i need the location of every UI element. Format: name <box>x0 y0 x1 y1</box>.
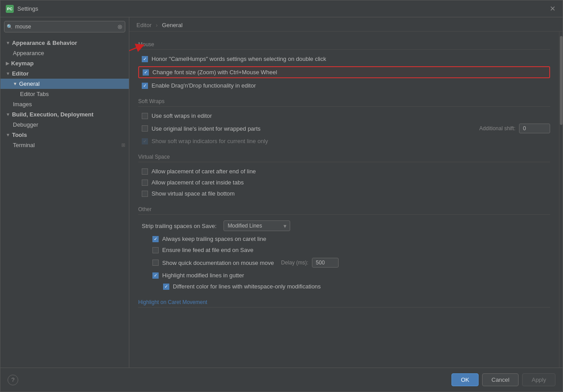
text-show-quick-doc: Show quick documentation on mouse move <box>162 260 274 266</box>
setting-drag-drop: Enable Drag'n'Drop functionality in edit… <box>138 80 550 91</box>
label-soft-wraps[interactable]: Use soft wraps in editor <box>142 112 212 119</box>
label-original-indent[interactable]: Use original line's indent for wrapped p… <box>142 125 260 132</box>
breadcrumb-separator: › <box>156 22 158 28</box>
text-drag-drop: Enable Drag'n'Drop functionality in edit… <box>152 82 256 89</box>
sidebar-item-editor[interactable]: ▼ Editor <box>0 68 129 79</box>
window-title: Settings <box>17 5 547 12</box>
text-ensure-line-feed: Ensure line feed at file end on Save <box>162 247 253 253</box>
search-input[interactable] <box>4 21 125 32</box>
terminal-icon: ⊞ <box>121 142 125 148</box>
setting-honor-camel: Honor "CamelHumps" words settings when s… <box>138 53 550 64</box>
sidebar-item-keymap[interactable]: ▶ Keymap <box>0 58 129 68</box>
checkbox-always-keep-trailing[interactable] <box>152 236 159 242</box>
sidebar-item-appearance[interactable]: Appearance <box>0 48 129 58</box>
text-honor-camel: Honor "CamelHumps" words settings when s… <box>152 56 326 62</box>
search-box: 🔍 ⊗ <box>4 21 125 32</box>
expand-arrow: ▼ <box>6 71 10 76</box>
label-honor-camel[interactable]: Honor "CamelHumps" words settings when s… <box>142 56 326 62</box>
section-highlight-caret: Highlight on Caret Movement <box>138 299 550 308</box>
checkbox-ensure-line-feed[interactable] <box>152 247 159 253</box>
strip-trailing-select-wrapper: None All Modified Lines <box>224 220 290 231</box>
checkbox-drag-drop[interactable] <box>142 83 148 89</box>
delay-label: Delay (ms): <box>281 260 308 266</box>
text-caret-end-line: Allow placement of caret after end of li… <box>152 168 256 175</box>
sidebar-item-terminal[interactable]: Terminal ⊞ <box>0 140 129 150</box>
section-other: Other <box>138 206 550 215</box>
text-soft-wrap-indicators: Show soft wrap indicators for current li… <box>152 138 268 144</box>
expand-arrow: ▼ <box>13 81 17 86</box>
breadcrumb-editor: Editor <box>136 22 152 28</box>
help-button[interactable]: ? <box>8 375 18 385</box>
checkbox-show-quick-doc[interactable] <box>152 260 159 266</box>
label-drag-drop[interactable]: Enable Drag'n'Drop functionality in edit… <box>142 82 256 89</box>
setting-strip-trailing: Strip trailing spaces on Save: None All … <box>138 218 550 233</box>
additional-shift-label: Additional shift: <box>479 125 515 132</box>
search-clear-icon[interactable]: ⊗ <box>117 23 123 30</box>
sidebar-item-images[interactable]: Images <box>0 99 129 109</box>
expand-arrow: ▼ <box>6 132 10 137</box>
checkbox-honor-camel[interactable] <box>142 56 148 62</box>
sidebar-item-general[interactable]: ▼ General <box>0 79 129 89</box>
checkbox-caret-end-line[interactable] <box>142 168 148 175</box>
text-change-font-zoom: Change font size (Zoom) with Ctrl+Mouse … <box>152 69 277 76</box>
checkbox-highlight-modified[interactable] <box>152 272 159 279</box>
label-caret-inside-tabs[interactable]: Allow placement of caret inside tabs <box>142 179 244 186</box>
setting-highlight-modified: Highlight modified lines in gutter <box>138 270 550 281</box>
sidebar-item-debugger[interactable]: Debugger <box>0 120 129 130</box>
sidebar-item-tools[interactable]: ▼ Tools <box>0 130 129 140</box>
text-different-color-whitespace: Different color for lines with whitespac… <box>173 283 321 290</box>
search-icon: 🔍 <box>7 24 13 30</box>
setting-caret-end-line: Allow placement of caret after end of li… <box>138 166 550 177</box>
checkbox-original-indent[interactable] <box>142 125 148 132</box>
text-highlight-modified: Highlight modified lines in gutter <box>162 272 244 279</box>
setting-show-quick-doc: Show quick documentation on mouse move D… <box>138 256 550 270</box>
checkbox-soft-wraps[interactable] <box>142 113 148 119</box>
checkbox-soft-wrap-indicators[interactable] <box>142 138 148 144</box>
sidebar: 🔍 ⊗ ▼ Appearance & Behavior Appearance ▶… <box>0 17 129 368</box>
label-soft-wrap-indicators[interactable]: Show soft wrap indicators for current li… <box>142 138 268 144</box>
label-caret-end-line[interactable]: Allow placement of caret after end of li… <box>142 168 256 175</box>
app-icon: PC <box>6 5 14 13</box>
setting-different-color-whitespace: Different color for lines with whitespac… <box>138 281 550 292</box>
close-button[interactable]: ✕ <box>547 4 557 14</box>
checkbox-different-color-whitespace[interactable] <box>163 284 169 290</box>
checkbox-caret-inside-tabs[interactable] <box>142 180 148 186</box>
setting-ensure-line-feed: Ensure line feed at file end on Save <box>138 244 550 256</box>
ok-button[interactable]: OK <box>451 373 479 386</box>
additional-shift-input[interactable] <box>519 124 550 133</box>
label-virtual-space-bottom[interactable]: Show virtual space at file bottom <box>142 190 235 197</box>
section-virtual-space: Virtual Space <box>138 154 550 162</box>
label-change-font-zoom[interactable]: Change font size (Zoom) with Ctrl+Mouse … <box>143 69 277 76</box>
text-original-indent: Use original line's indent for wrapped p… <box>152 125 260 132</box>
sidebar-item-build-execution[interactable]: ▼ Build, Execution, Deployment <box>0 109 129 120</box>
expand-arrow: ▼ <box>6 40 10 45</box>
label-different-color-whitespace[interactable]: Different color for lines with whitespac… <box>163 283 321 290</box>
sidebar-item-editor-tabs[interactable]: Editor Tabs <box>0 89 129 99</box>
label-ensure-line-feed[interactable]: Ensure line feed at file end on Save <box>152 247 253 253</box>
setting-soft-wrap-indicators: Show soft wrap indicators for current li… <box>138 136 550 147</box>
delay-input[interactable] <box>312 258 339 268</box>
title-bar: PC Settings ✕ <box>0 0 563 17</box>
settings-panel: Mouse Honor "CamelHumps" words settings … <box>129 32 559 368</box>
breadcrumb: Editor › General <box>129 17 563 32</box>
apply-button[interactable]: Apply <box>522 373 555 386</box>
section-soft-wraps: Soft Wraps <box>138 98 550 107</box>
label-always-keep-trailing[interactable]: Always keep trailing spaces on caret lin… <box>152 236 266 242</box>
expand-arrow: ▶ <box>6 61 9 66</box>
sidebar-item-appearance-behavior[interactable]: ▼ Appearance & Behavior <box>0 38 129 48</box>
text-always-keep-trailing: Always keep trailing spaces on caret lin… <box>162 236 266 242</box>
settings-window: PC Settings ✕ 🔍 ⊗ ▼ Appearance & Behavio… <box>0 0 563 392</box>
label-show-quick-doc[interactable]: Show quick documentation on mouse move <box>152 260 274 266</box>
setting-caret-inside-tabs: Allow placement of caret inside tabs <box>138 177 550 188</box>
checkbox-change-font-zoom[interactable] <box>143 69 149 76</box>
setting-change-font-zoom: Change font size (Zoom) with Ctrl+Mouse … <box>138 66 550 78</box>
main-panel: Editor › General Mouse Honor "CamelHumps… <box>129 17 563 368</box>
setting-original-indent: Use original line's indent for wrapped p… <box>138 121 550 136</box>
cancel-button[interactable]: Cancel <box>482 373 519 386</box>
strip-trailing-label: Strip trailing spaces on Save: <box>142 223 216 229</box>
expand-arrow: ▼ <box>6 112 10 117</box>
label-highlight-modified[interactable]: Highlight modified lines in gutter <box>152 272 244 279</box>
strip-trailing-select[interactable]: None All Modified Lines <box>224 220 290 231</box>
scrollbar[interactable] <box>559 32 563 368</box>
checkbox-virtual-space-bottom[interactable] <box>142 191 148 197</box>
